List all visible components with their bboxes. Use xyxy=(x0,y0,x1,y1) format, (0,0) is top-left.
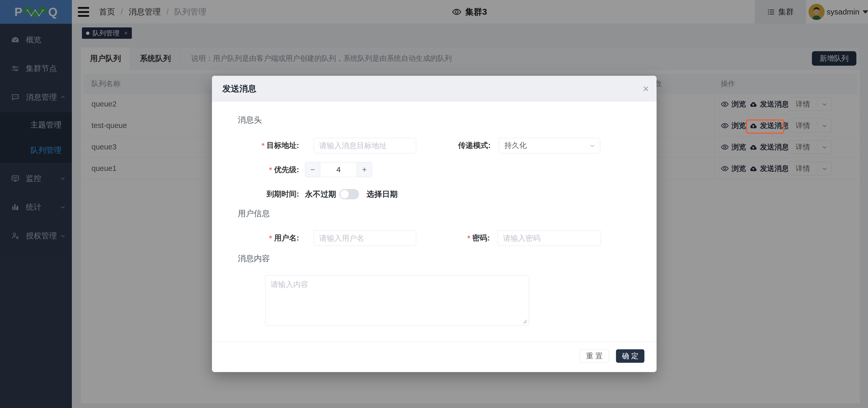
dialog-footer: 重 置 确 定 xyxy=(212,342,656,372)
target-address-input[interactable] xyxy=(314,138,416,153)
section-message-content: 消息内容 xyxy=(238,253,270,264)
app-screen: P Q 概览 xyxy=(0,0,868,408)
password-input[interactable] xyxy=(498,230,601,246)
click-target-annotation xyxy=(746,120,784,134)
username-field-label: *用户名: xyxy=(212,230,299,246)
section-user-info: 用户信息 xyxy=(238,208,270,219)
required-asterisk: * xyxy=(261,142,265,150)
decrement-button[interactable]: − xyxy=(305,162,320,177)
priority-input[interactable] xyxy=(320,162,357,177)
message-content-textarea[interactable] xyxy=(265,275,529,325)
toggle-knob xyxy=(340,190,349,198)
dialog-header: 发送消息 × xyxy=(212,76,656,102)
password-field-label: *密码: xyxy=(402,230,490,246)
section-message-header: 消息头 xyxy=(238,115,262,125)
increment-button[interactable]: + xyxy=(357,162,372,177)
target-address-label: *目标地址: xyxy=(212,138,299,153)
chevron-down-icon xyxy=(589,142,596,149)
expiry-never-label: 永不过期 xyxy=(305,186,336,202)
required-asterisk: * xyxy=(269,234,272,243)
priority-stepper: − + xyxy=(305,162,372,177)
delivery-mode-label: 传递模式: xyxy=(403,138,491,153)
resize-handle[interactable] xyxy=(522,318,527,324)
required-asterisk: * xyxy=(269,166,272,174)
confirm-button[interactable]: 确 定 xyxy=(616,349,644,363)
required-asterisk: * xyxy=(467,234,470,243)
reset-button[interactable]: 重 置 xyxy=(580,349,609,363)
username-input[interactable] xyxy=(314,230,416,246)
delivery-mode-value: 持久化 xyxy=(504,140,527,151)
delivery-mode-select[interactable]: 持久化 xyxy=(499,138,600,153)
priority-label: *优先级: xyxy=(212,162,299,178)
close-icon[interactable]: × xyxy=(643,76,649,102)
expiry-toggle[interactable] xyxy=(339,189,359,199)
dialog-title: 发送消息 xyxy=(222,76,256,102)
send-message-dialog: 发送消息 × 消息头 *目标地址: 传递模式: 持久化 *优先级: − + 到期… xyxy=(212,76,656,372)
expiry-label: 到期时间: xyxy=(212,186,299,202)
expiry-pick-date-label: 选择日期 xyxy=(367,186,398,202)
